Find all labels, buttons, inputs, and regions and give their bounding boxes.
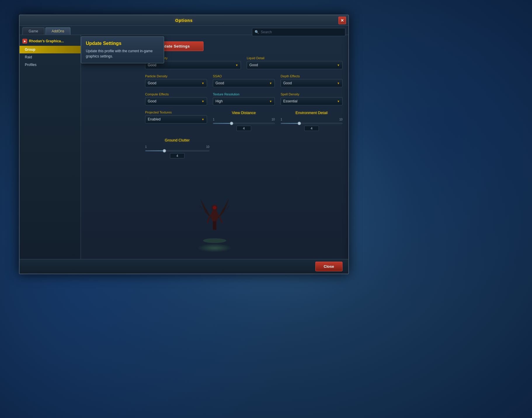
view-distance-fill: [213, 123, 232, 124]
environment-detail-item: Environment Detail 1 10 4: [281, 111, 343, 133]
tooltip-popup: Update Settings Update this profile with…: [81, 36, 164, 63]
liquid-detail-arrow: ▼: [337, 64, 340, 67]
sidebar-item-profiles[interactable]: Profiles: [20, 61, 81, 69]
view-distance-track[interactable]: [213, 123, 275, 124]
search-input[interactable]: [261, 30, 343, 34]
texture-resolution-label: Texture Resolution: [213, 92, 275, 96]
environment-detail-fill: [281, 123, 299, 124]
search-icon: 🔍: [255, 30, 259, 34]
depth-effects-item: Depth Effects Good ▼: [281, 74, 343, 87]
settings-row-3: Compute Effects Good ▼ Texture Resolutio…: [145, 92, 343, 105]
projected-textures-arrow: ▼: [201, 118, 204, 121]
character-glow: [197, 244, 232, 252]
environment-detail-thumb[interactable]: [298, 122, 301, 125]
view-distance-label: View Distance: [213, 111, 275, 115]
liquid-detail-label: Liquid Detail: [247, 56, 343, 60]
view-distance-thumb[interactable]: [230, 122, 233, 125]
settings-row-5: Ground Clutter 1 10 4: [145, 138, 343, 160]
particle-density-item: Particle Density Good ▼: [145, 74, 207, 87]
settings-row-2: Particle Density Good ▼ SSAO Good ▼: [145, 74, 343, 87]
ssao-label: SSAO: [213, 74, 275, 78]
ssao-item: SSAO Good ▼: [213, 74, 275, 87]
projected-textures-dropdown[interactable]: Enabled ▼: [145, 115, 207, 123]
texture-resolution-arrow: ▼: [269, 100, 272, 103]
ground-clutter-slider[interactable]: 1 10 4: [145, 144, 209, 160]
view-distance-slider[interactable]: 1 10 4: [213, 116, 275, 133]
ground-clutter-fill: [145, 151, 164, 151]
svg-rect-4: [215, 221, 216, 230]
tooltip-description: Update this profile with the current in-…: [86, 48, 159, 59]
depth-effects-value: Good: [283, 81, 292, 85]
spell-density-item: Spell Density Essential ▼: [281, 92, 343, 105]
settings-grid: Update Settings Shadow Quality Good ▼ Li…: [145, 38, 343, 165]
settings-row-4: Projected Textures Enabled ▼ View Distan…: [145, 111, 343, 133]
ssao-dropdown[interactable]: Good ▼: [213, 79, 275, 87]
texture-resolution-item: Texture Resolution High ▼: [213, 92, 275, 105]
texture-resolution-dropdown[interactable]: High ▼: [213, 97, 275, 105]
environment-detail-label: Environment Detail: [281, 111, 343, 115]
compute-effects-arrow: ▼: [201, 100, 204, 103]
ground-clutter-track[interactable]: [145, 150, 209, 151]
sidebar-item-group[interactable]: Group: [20, 46, 81, 53]
options-window: Options ✕ Game AddOns 🔍 ▶ Rhodan's Graph…: [19, 15, 349, 274]
compute-effects-label: Compute Effects: [145, 92, 207, 96]
ssao-value: Good: [215, 81, 224, 85]
addon-icon: ▶: [22, 39, 27, 43]
settings-row-1: Shadow Quality Good ▼ Liquid Detail Good…: [145, 56, 343, 69]
environment-detail-max: 10: [339, 118, 343, 121]
main-content: ▶ Rhodan's Graphica... Group Raid Profil…: [20, 35, 348, 270]
projected-textures-label: Projected Textures: [145, 111, 207, 114]
environment-detail-slider[interactable]: 1 10 4: [281, 116, 343, 133]
spell-density-label: Spell Density: [281, 92, 343, 96]
ground-clutter-value: 4: [170, 153, 185, 158]
tab-bar: Game AddOns 🔍: [20, 26, 348, 35]
particle-density-value: Good: [148, 81, 156, 85]
environment-detail-track[interactable]: [281, 123, 343, 124]
close-button[interactable]: Close: [315, 262, 343, 271]
ground-clutter-max: 10: [206, 145, 209, 148]
particle-density-label: Particle Density: [145, 74, 207, 78]
ssao-arrow: ▼: [269, 82, 272, 85]
title-bar: Options ✕: [20, 15, 348, 26]
tooltip-title: Update Settings: [86, 41, 159, 46]
ground-clutter-thumb[interactable]: [163, 149, 166, 153]
compute-effects-item: Compute Effects Good ▼: [145, 92, 207, 105]
sidebar-item-raid[interactable]: Raid: [20, 53, 81, 61]
texture-resolution-value: High: [215, 99, 223, 103]
environment-detail-value: 4: [304, 126, 319, 131]
view-distance-min: 1: [213, 118, 215, 121]
svg-point-5: [213, 206, 216, 209]
liquid-detail-value: Good: [249, 63, 258, 67]
liquid-detail-dropdown[interactable]: Good ▼: [247, 61, 343, 69]
projected-textures-value: Enabled: [148, 117, 161, 121]
update-button-area: Update Settings: [145, 41, 343, 51]
panel-content: Update Settings Update this profile with…: [81, 35, 348, 270]
bottom-bar: Close: [20, 259, 348, 274]
ground-clutter-item: Ground Clutter 1 10 4: [145, 138, 209, 160]
addon-header: ▶ Rhodan's Graphica...: [20, 36, 81, 46]
window-close-button[interactable]: ✕: [338, 17, 346, 24]
depth-effects-arrow: ▼: [337, 82, 340, 85]
character-preview: [185, 179, 244, 252]
tab-game[interactable]: Game: [22, 27, 44, 35]
window-title: Options: [175, 18, 193, 23]
svg-point-0: [203, 238, 226, 243]
view-distance-value: 4: [237, 126, 251, 131]
depth-effects-dropdown[interactable]: Good ▼: [281, 79, 343, 87]
environment-detail-min: 1: [281, 118, 282, 121]
particle-density-dropdown[interactable]: Good ▼: [145, 79, 207, 87]
svg-rect-3: [213, 221, 215, 230]
ground-clutter-label: Ground Clutter: [145, 138, 209, 142]
liquid-detail-item: Liquid Detail Good ▼: [247, 56, 343, 69]
projected-textures-item: Projected Textures Enabled ▼: [145, 111, 207, 133]
shadow-quality-value: Good: [148, 63, 156, 67]
sidebar: ▶ Rhodan's Graphica... Group Raid Profil…: [20, 35, 81, 270]
tab-addons[interactable]: AddOns: [46, 27, 70, 35]
view-distance-max: 10: [272, 118, 275, 121]
spell-density-value: Essential: [283, 99, 298, 103]
ground-clutter-min: 1: [145, 145, 147, 148]
depth-effects-label: Depth Effects: [281, 74, 343, 78]
spell-density-dropdown[interactable]: Essential ▼: [281, 97, 343, 105]
compute-effects-dropdown[interactable]: Good ▼: [145, 97, 207, 105]
character-silhouette: [197, 187, 232, 245]
